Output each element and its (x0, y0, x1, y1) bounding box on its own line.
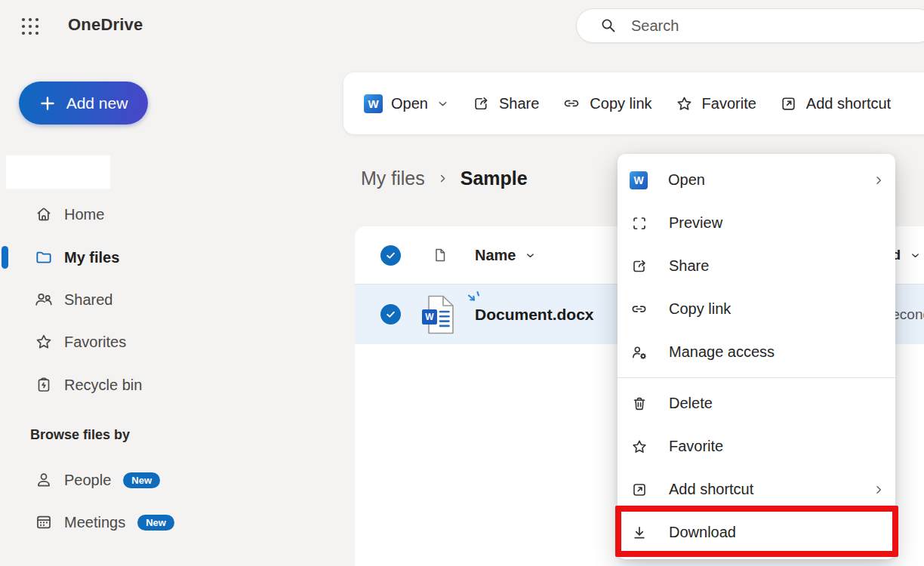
person-icon (34, 470, 54, 490)
sidebar-item-home[interactable]: Home (0, 193, 196, 235)
sidebar-item-meetings[interactable]: Meetings New (0, 501, 196, 543)
add-shortcut-icon (630, 481, 648, 499)
sidebar-item-label: People (64, 472, 111, 489)
star-icon (630, 438, 648, 456)
sidebar-item-people[interactable]: People New (0, 459, 196, 501)
menu-item-add-shortcut[interactable]: Add shortcut (618, 468, 895, 511)
menu-item-label: Open (668, 171, 873, 189)
sidebar-item-shared[interactable]: Shared (0, 278, 196, 321)
chevron-right-icon (873, 174, 885, 186)
menu-divider (618, 377, 895, 378)
folder-icon (34, 248, 54, 267)
app-title[interactable]: OneDrive (68, 15, 143, 35)
chevron-down-icon (436, 97, 449, 110)
add-new-button[interactable]: Add new (19, 82, 148, 125)
sidebar-item-label: Recycle bin (64, 377, 142, 394)
favorite-button[interactable]: Favorite (675, 94, 756, 113)
delete-icon (630, 395, 648, 413)
link-icon (562, 94, 581, 113)
file-name[interactable]: Document.docx (475, 306, 594, 324)
search-icon (599, 17, 618, 35)
menu-item-copy-link[interactable]: Copy link (618, 288, 895, 331)
recycle-bin-icon (34, 375, 54, 395)
add-shortcut-label: Add shortcut (806, 95, 891, 112)
redacted-account-label (6, 155, 110, 189)
menu-item-manage-access[interactable]: Manage access (618, 331, 895, 374)
breadcrumb: My files Sample (361, 168, 528, 189)
search-bar[interactable] (576, 8, 924, 43)
add-shortcut-icon (779, 94, 798, 113)
menu-item-favorite[interactable]: Favorite (618, 425, 895, 468)
new-badge: New (123, 472, 160, 488)
menu-item-label: Share (669, 257, 885, 275)
chevron-right-icon (437, 173, 448, 184)
people-icon (34, 290, 54, 309)
menu-item-label: Add shortcut (669, 481, 873, 498)
menu-item-label: Preview (669, 214, 885, 232)
add-shortcut-button[interactable]: Add shortcut (779, 94, 891, 113)
open-button[interactable]: W Open (364, 94, 449, 113)
calendar-icon (34, 512, 54, 532)
sidebar-item-my-files[interactable]: My files (0, 236, 196, 278)
link-icon (630, 300, 648, 318)
word-icon: W (364, 94, 383, 113)
word-badge: W (422, 309, 437, 325)
menu-item-label: Favorite (669, 438, 885, 455)
download-icon (630, 524, 648, 542)
menu-item-open[interactable]: W Open (618, 158, 895, 201)
search-input[interactable] (631, 17, 873, 35)
sidebar-item-label: Favorites (64, 334, 126, 351)
app-launcher-icon[interactable] (20, 16, 41, 37)
sidebar-item-recycle-bin[interactable]: Recycle bin (0, 364, 196, 406)
sidebar-item-favorites[interactable]: Favorites (0, 321, 196, 363)
share-button[interactable]: Share (472, 94, 539, 113)
row-selected-checkbox[interactable] (380, 304, 401, 325)
menu-item-label: Download (669, 524, 885, 541)
menu-item-download[interactable]: Download (618, 511, 895, 554)
word-icon: W (630, 171, 648, 189)
name-column-label: Name (475, 247, 516, 264)
menu-item-share[interactable]: Share (618, 245, 895, 288)
copy-link-label: Copy link (590, 95, 651, 112)
chevron-right-icon (873, 484, 885, 496)
sidebar-item-label: My files (64, 249, 119, 266)
copy-link-button[interactable]: Copy link (562, 94, 651, 113)
add-new-label: Add new (66, 94, 128, 112)
share-label: Share (499, 95, 539, 112)
select-all-checkbox[interactable] (380, 245, 401, 266)
sidebar-item-label: Shared (64, 291, 113, 309)
share-icon (630, 257, 648, 275)
new-badge: New (137, 515, 174, 531)
name-column-header[interactable]: Name (475, 247, 536, 264)
manage-access-icon (630, 343, 648, 361)
click-indicator-icon (466, 290, 484, 308)
menu-item-label: Manage access (669, 343, 885, 361)
menu-item-label: Copy link (669, 300, 885, 318)
breadcrumb-current-folder: Sample (460, 168, 528, 189)
plus-icon (39, 95, 56, 112)
menu-item-delete[interactable]: Delete (618, 382, 895, 425)
selection-toolbar: W Open Share Copy link (343, 72, 924, 134)
star-icon (34, 332, 54, 352)
sidebar-item-label: Home (64, 206, 104, 223)
menu-item-preview[interactable]: Preview (618, 201, 895, 245)
context-menu: W Open Preview Share (618, 154, 895, 559)
preview-icon (630, 214, 648, 232)
home-icon (34, 205, 54, 224)
word-file-icon: W (422, 295, 455, 334)
sidebar-item-label: Meetings (64, 514, 125, 531)
share-icon (472, 94, 491, 113)
menu-item-label: Delete (669, 395, 885, 412)
open-label: Open (391, 95, 428, 112)
breadcrumb-my-files[interactable]: My files (361, 168, 425, 189)
browse-files-by-heading: Browse files by (30, 427, 130, 443)
favorite-label: Favorite (702, 95, 756, 112)
file-type-column-icon[interactable] (431, 246, 449, 264)
star-icon (675, 94, 694, 113)
